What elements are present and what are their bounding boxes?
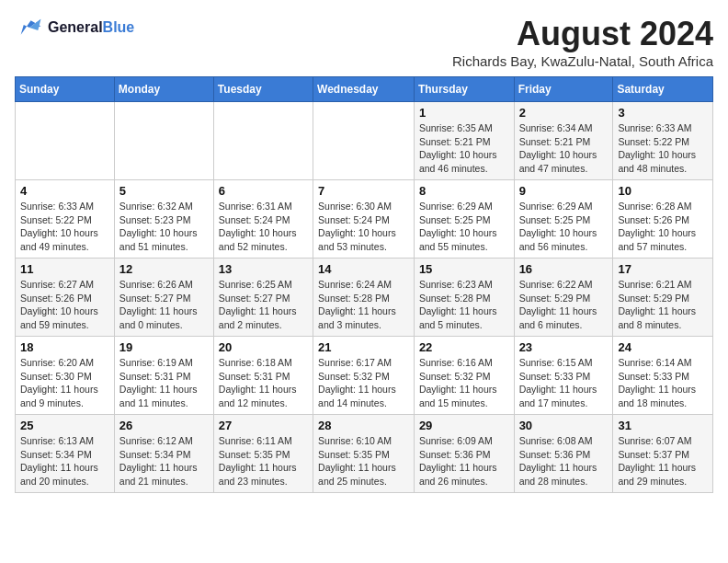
day-info: Sunrise: 6:19 AM Sunset: 5:31 PM Dayligh… [119, 356, 209, 410]
calendar-cell [114, 102, 213, 180]
calendar-cell: 3Sunrise: 6:33 AM Sunset: 5:22 PM Daylig… [613, 102, 713, 180]
day-info: Sunrise: 6:35 AM Sunset: 5:21 PM Dayligh… [419, 121, 509, 176]
logo-icon [15, 15, 44, 40]
day-number: 15 [419, 262, 509, 276]
day-info: Sunrise: 6:07 AM Sunset: 5:37 PM Dayligh… [618, 434, 708, 488]
page-header: GeneralBlue August 2024 Richards Bay, Kw… [15, 15, 713, 69]
calendar-cell: 13Sunrise: 6:25 AM Sunset: 5:27 PM Dayli… [213, 259, 313, 337]
calendar-cell: 9Sunrise: 6:29 AM Sunset: 5:25 PM Daylig… [514, 180, 613, 259]
day-number: 8 [419, 184, 509, 198]
day-info: Sunrise: 6:25 AM Sunset: 5:27 PM Dayligh… [219, 278, 308, 332]
day-number: 19 [119, 340, 209, 354]
day-number: 5 [119, 184, 209, 198]
calendar-cell: 30Sunrise: 6:08 AM Sunset: 5:36 PM Dayli… [514, 415, 613, 493]
day-info: Sunrise: 6:24 AM Sunset: 5:28 PM Dayligh… [318, 278, 409, 332]
day-number: 31 [618, 419, 708, 432]
calendar-week-0: 1Sunrise: 6:35 AM Sunset: 5:21 PM Daylig… [16, 102, 713, 180]
calendar-cell: 31Sunrise: 6:07 AM Sunset: 5:37 PM Dayli… [613, 415, 713, 493]
calendar-cell [313, 102, 415, 180]
month-year-title: August 2024 [452, 15, 713, 53]
calendar-cell: 25Sunrise: 6:13 AM Sunset: 5:34 PM Dayli… [16, 415, 115, 493]
calendar-cell: 8Sunrise: 6:29 AM Sunset: 5:25 PM Daylig… [414, 180, 514, 259]
calendar-cell: 22Sunrise: 6:16 AM Sunset: 5:32 PM Dayli… [414, 337, 514, 415]
calendar-cell: 17Sunrise: 6:21 AM Sunset: 5:29 PM Dayli… [613, 259, 713, 337]
day-info: Sunrise: 6:10 AM Sunset: 5:35 PM Dayligh… [318, 434, 409, 488]
header-thursday: Thursday [414, 77, 514, 102]
header-tuesday: Tuesday [213, 77, 313, 102]
day-number: 2 [519, 106, 609, 120]
day-number: 9 [519, 184, 609, 198]
calendar-cell: 20Sunrise: 6:18 AM Sunset: 5:31 PM Dayli… [213, 337, 313, 415]
day-number: 17 [618, 262, 708, 276]
calendar-cell [213, 102, 313, 180]
day-number: 12 [119, 262, 209, 276]
day-info: Sunrise: 6:15 AM Sunset: 5:33 PM Dayligh… [519, 356, 609, 410]
day-number: 27 [219, 419, 308, 432]
calendar-cell: 11Sunrise: 6:27 AM Sunset: 5:26 PM Dayli… [16, 259, 115, 337]
header-friday: Friday [514, 77, 613, 102]
calendar-cell: 6Sunrise: 6:31 AM Sunset: 5:24 PM Daylig… [213, 180, 313, 259]
day-number: 22 [419, 340, 509, 354]
day-info: Sunrise: 6:30 AM Sunset: 5:24 PM Dayligh… [318, 200, 409, 254]
header-saturday: Saturday [613, 77, 713, 102]
calendar-week-4: 25Sunrise: 6:13 AM Sunset: 5:34 PM Dayli… [16, 415, 713, 493]
day-number: 16 [519, 262, 609, 276]
calendar-week-3: 18Sunrise: 6:20 AM Sunset: 5:30 PM Dayli… [16, 337, 713, 415]
header-wednesday: Wednesday [313, 77, 415, 102]
calendar-cell: 28Sunrise: 6:10 AM Sunset: 5:35 PM Dayli… [313, 415, 415, 493]
day-info: Sunrise: 6:21 AM Sunset: 5:29 PM Dayligh… [618, 278, 708, 332]
title-block: August 2024 Richards Bay, KwaZulu-Natal,… [452, 15, 713, 69]
day-number: 11 [20, 262, 109, 276]
logo-text: GeneralBlue [48, 19, 134, 36]
calendar-cell: 4Sunrise: 6:33 AM Sunset: 5:22 PM Daylig… [16, 180, 115, 259]
calendar-cell: 23Sunrise: 6:15 AM Sunset: 5:33 PM Dayli… [514, 337, 613, 415]
day-info: Sunrise: 6:14 AM Sunset: 5:33 PM Dayligh… [618, 356, 708, 410]
calendar-cell: 7Sunrise: 6:30 AM Sunset: 5:24 PM Daylig… [313, 180, 415, 259]
calendar-cell: 21Sunrise: 6:17 AM Sunset: 5:32 PM Dayli… [313, 337, 415, 415]
day-info: Sunrise: 6:29 AM Sunset: 5:25 PM Dayligh… [419, 200, 509, 254]
header-monday: Monday [114, 77, 213, 102]
day-info: Sunrise: 6:29 AM Sunset: 5:25 PM Dayligh… [519, 200, 609, 254]
calendar-cell: 2Sunrise: 6:34 AM Sunset: 5:21 PM Daylig… [514, 102, 613, 180]
day-info: Sunrise: 6:09 AM Sunset: 5:36 PM Dayligh… [419, 434, 509, 488]
day-info: Sunrise: 6:26 AM Sunset: 5:27 PM Dayligh… [119, 278, 209, 332]
day-info: Sunrise: 6:12 AM Sunset: 5:34 PM Dayligh… [119, 434, 209, 488]
calendar-cell: 18Sunrise: 6:20 AM Sunset: 5:30 PM Dayli… [16, 337, 115, 415]
day-number: 1 [419, 106, 509, 120]
day-number: 23 [519, 340, 609, 354]
day-info: Sunrise: 6:33 AM Sunset: 5:22 PM Dayligh… [618, 121, 708, 176]
day-number: 3 [618, 106, 708, 120]
calendar-cell: 24Sunrise: 6:14 AM Sunset: 5:33 PM Dayli… [613, 337, 713, 415]
day-number: 13 [219, 262, 308, 276]
location-subtitle: Richards Bay, KwaZulu-Natal, South Afric… [452, 53, 713, 69]
calendar-cell: 1Sunrise: 6:35 AM Sunset: 5:21 PM Daylig… [414, 102, 514, 180]
day-number: 29 [419, 419, 509, 432]
day-info: Sunrise: 6:27 AM Sunset: 5:26 PM Dayligh… [20, 278, 109, 332]
day-info: Sunrise: 6:08 AM Sunset: 5:36 PM Dayligh… [519, 434, 609, 488]
header-sunday: Sunday [16, 77, 115, 102]
day-number: 30 [519, 419, 609, 432]
calendar-cell: 29Sunrise: 6:09 AM Sunset: 5:36 PM Dayli… [414, 415, 514, 493]
calendar-cell: 14Sunrise: 6:24 AM Sunset: 5:28 PM Dayli… [313, 259, 415, 337]
day-info: Sunrise: 6:13 AM Sunset: 5:34 PM Dayligh… [20, 434, 109, 488]
day-number: 28 [318, 419, 409, 432]
calendar-cell: 10Sunrise: 6:28 AM Sunset: 5:26 PM Dayli… [613, 180, 713, 259]
day-number: 24 [618, 340, 708, 354]
day-number: 18 [20, 340, 109, 354]
calendar-cell: 26Sunrise: 6:12 AM Sunset: 5:34 PM Dayli… [114, 415, 213, 493]
day-info: Sunrise: 6:22 AM Sunset: 5:29 PM Dayligh… [519, 278, 609, 332]
calendar-week-2: 11Sunrise: 6:27 AM Sunset: 5:26 PM Dayli… [16, 259, 713, 337]
calendar-week-1: 4Sunrise: 6:33 AM Sunset: 5:22 PM Daylig… [16, 180, 713, 259]
day-number: 14 [318, 262, 409, 276]
day-number: 6 [219, 184, 308, 198]
calendar-table: SundayMondayTuesdayWednesdayThursdayFrid… [15, 76, 713, 493]
calendar-cell: 12Sunrise: 6:26 AM Sunset: 5:27 PM Dayli… [114, 259, 213, 337]
day-number: 25 [20, 419, 109, 432]
day-info: Sunrise: 6:18 AM Sunset: 5:31 PM Dayligh… [219, 356, 308, 410]
day-info: Sunrise: 6:33 AM Sunset: 5:22 PM Dayligh… [20, 200, 109, 254]
day-number: 26 [119, 419, 209, 432]
logo: GeneralBlue [15, 15, 134, 40]
day-number: 20 [219, 340, 308, 354]
calendar-cell: 27Sunrise: 6:11 AM Sunset: 5:35 PM Dayli… [213, 415, 313, 493]
day-info: Sunrise: 6:20 AM Sunset: 5:30 PM Dayligh… [20, 356, 109, 410]
